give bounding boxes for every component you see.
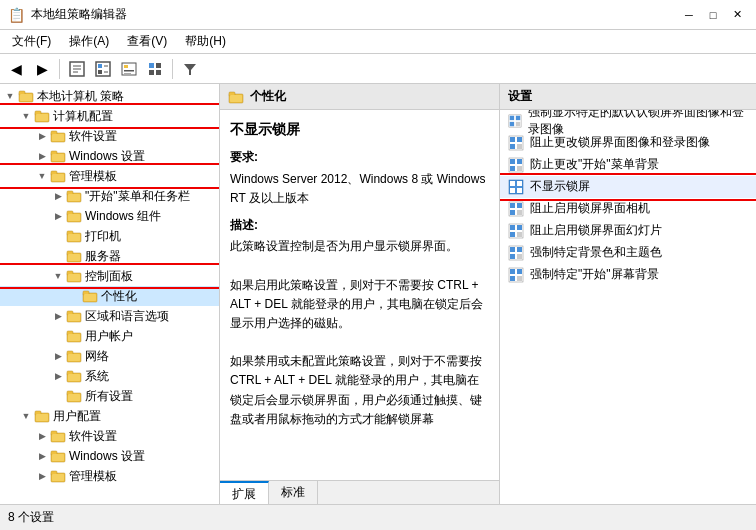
svg-rect-16	[156, 70, 161, 75]
filter-button[interactable]	[178, 57, 202, 81]
tree-control-panel[interactable]: ▼ 控制面板	[0, 266, 219, 286]
svg-rect-80	[230, 95, 242, 102]
tab-standard[interactable]: 标准	[269, 481, 318, 504]
toolbar-btn-1[interactable]	[65, 57, 89, 81]
tree-computer-config[interactable]: ▼ 计算机配置	[0, 106, 219, 126]
toolbar-separator-2	[172, 59, 173, 79]
admin-expander: ▼	[34, 168, 50, 184]
tree-all-settings[interactable]: ▶ 所有设置	[0, 386, 219, 406]
toolbar-btn-2[interactable]	[91, 57, 115, 81]
svg-rect-26	[52, 134, 64, 141]
middle-scroll-area[interactable]: 不显示锁屏 要求: Windows Server 2012、Windows 8 …	[220, 110, 499, 480]
menu-view[interactable]: 查看(V)	[119, 31, 175, 52]
svg-rect-84	[510, 121, 514, 125]
tree-windows-settings[interactable]: ▶ Windows 设置	[0, 146, 219, 166]
force-bg-color-label: 强制特定背景色和主题色	[530, 244, 662, 261]
disable-slideshow-label: 阻止启用锁屏界面幻灯片	[530, 222, 662, 239]
region-expander: ▶	[50, 308, 66, 324]
svg-rect-82	[510, 115, 514, 119]
svg-rect-115	[517, 254, 522, 259]
svg-rect-103	[517, 203, 522, 208]
middle-header: 个性化	[220, 84, 499, 110]
svg-rect-77	[52, 474, 64, 481]
svg-rect-118	[517, 269, 522, 274]
right-item-no-lockscreen[interactable]: 不显示锁屏	[500, 176, 756, 198]
tree-windows-comp[interactable]: ▶ Windows 组件	[0, 206, 219, 226]
cp-expander: ▼	[50, 268, 66, 284]
svg-rect-35	[68, 194, 80, 201]
tree-user-windows[interactable]: ▶ Windows 设置	[0, 446, 219, 466]
menu-help[interactable]: 帮助(H)	[177, 31, 234, 52]
disable-camera-label: 阻止启用锁屏界面相机	[530, 200, 650, 217]
tree-printer[interactable]: ▶ 打印机	[0, 226, 219, 246]
tree-user-software[interactable]: ▶ 软件设置	[0, 426, 219, 446]
tree-software-settings[interactable]: ▶ 软件设置	[0, 126, 219, 146]
toolbar-btn-3[interactable]	[117, 57, 141, 81]
computer-config-label: 计算机配置	[53, 108, 113, 125]
us-folder-icon	[50, 429, 66, 443]
tree-root[interactable]: ▼ 本地计算机 策略	[0, 86, 219, 106]
tree-server[interactable]: ▶ 服务器	[0, 246, 219, 266]
right-item-disable-slideshow[interactable]: 阻止启用锁屏界面幻灯片	[500, 220, 756, 242]
minimize-button[interactable]: ─	[678, 5, 700, 25]
tree-region-lang[interactable]: ▶ 区域和语言选项	[0, 306, 219, 326]
svg-rect-14	[156, 63, 161, 68]
right-item-force-lockscreen-img[interactable]: 强制显示特定的默认认锁屏界面图像和登录图像	[500, 110, 756, 132]
policy-icon-4	[508, 179, 524, 195]
right-panel-wrapper: 设置 强制显示特定的默认认锁屏界面图像和登录图像	[500, 84, 756, 504]
right-item-prevent-start-menu[interactable]: 防止更改"开始"菜单背景	[500, 154, 756, 176]
svg-rect-98	[517, 181, 522, 186]
close-button[interactable]: ✕	[726, 5, 748, 25]
svg-rect-20	[20, 94, 32, 101]
svg-rect-47	[68, 274, 80, 281]
back-button[interactable]: ◀	[4, 57, 28, 81]
admin-folder-icon	[50, 169, 66, 183]
svg-rect-11	[124, 70, 134, 72]
title-bar: 📋 本地组策略编辑器 ─ □ ✕	[0, 0, 756, 30]
policy-icon-6	[508, 223, 524, 239]
svg-rect-120	[517, 276, 522, 281]
start-folder-icon	[66, 189, 82, 203]
computer-config-expander: ▼	[18, 108, 34, 124]
policy-icon-7	[508, 245, 524, 261]
no-lockscreen-label: 不显示锁屏	[530, 178, 590, 195]
system-label: 系统	[85, 368, 109, 385]
toolbar-btn-4[interactable]	[143, 57, 167, 81]
right-item-force-start-bg[interactable]: 强制特定"开始"屏幕背景	[500, 264, 756, 286]
root-expander: ▼	[2, 88, 18, 104]
right-scroll-area[interactable]: 强制显示特定的默认认锁屏界面图像和登录图像 阻止更改锁屏界面图像和登录图像	[500, 110, 756, 504]
user-admin-label: 管理模板	[69, 468, 117, 485]
desc-text: 此策略设置控制是否为用户显示锁屏界面。 如果启用此策略设置，则对于不需要按 CT…	[230, 237, 489, 429]
right-item-disable-camera[interactable]: 阻止启用锁屏界面相机	[500, 198, 756, 220]
svg-rect-68	[36, 414, 48, 421]
svg-rect-38	[68, 214, 80, 221]
tree-user-admin[interactable]: ▶ 管理模板	[0, 466, 219, 486]
tree-admin-templates[interactable]: ▼ 管理模板	[0, 166, 219, 186]
tree-network[interactable]: ▶ 网络	[0, 346, 219, 366]
tab-extended[interactable]: 扩展	[220, 481, 269, 504]
wcomp-folder-icon	[66, 209, 82, 223]
tree-start-taskbar[interactable]: ▶ "开始"菜单和任务栏	[0, 186, 219, 206]
menu-file[interactable]: 文件(F)	[4, 31, 59, 52]
tree-panel: ▼ 本地计算机 策略 ▼ 计算机配置 ▶	[0, 84, 220, 504]
svg-rect-12	[124, 73, 131, 74]
svg-rect-41	[68, 234, 80, 241]
tree-user-accounts[interactable]: ▶ 用户帐户	[0, 326, 219, 346]
wcomp-expander: ▶	[50, 208, 66, 224]
right-item-force-bg-color[interactable]: 强制特定背景色和主题色	[500, 242, 756, 264]
forward-button[interactable]: ▶	[30, 57, 54, 81]
svg-rect-109	[510, 232, 515, 237]
tree-system[interactable]: ▶ 系统	[0, 366, 219, 386]
tree-personalization[interactable]: ▶ 个性化	[0, 286, 219, 306]
svg-rect-107	[510, 225, 515, 230]
all-folder-icon	[66, 389, 82, 403]
menu-action[interactable]: 操作(A)	[61, 31, 117, 52]
require-label: 要求:	[230, 148, 489, 167]
maximize-button[interactable]: □	[702, 5, 724, 25]
tree-user-config[interactable]: ▼ 用户配置	[0, 406, 219, 426]
svg-rect-99	[510, 188, 515, 193]
server-folder-icon	[66, 249, 82, 263]
require-text: Windows Server 2012、Windows 8 或 Windows …	[230, 170, 489, 208]
app-icon: 📋	[8, 7, 25, 23]
status-text: 8 个设置	[8, 509, 54, 526]
